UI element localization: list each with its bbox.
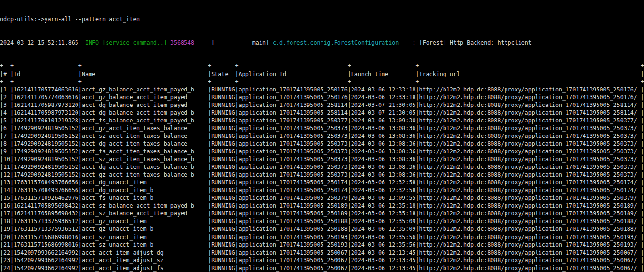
log-level: INFO <box>85 39 99 46</box>
table-row: |9 |1749290924819505152|acct_fs_acct_ite… <box>0 148 644 155</box>
table-row: |19|1763115713375936512|acct_gz_unacct_i… <box>0 225 644 233</box>
table-row: |12|1749290924819505152|acct_gz_acct_ite… <box>0 171 644 179</box>
shell-command-text: odcp-utils:->yarn-all --pattern acct_ite… <box>0 16 140 23</box>
table-border-header: +--+-------------------+----------------… <box>0 78 644 86</box>
table-row: |7 |1749290924819505152|acct_sz_acct_ite… <box>0 132 644 140</box>
log-context: [service-command,,] <box>102 39 167 46</box>
table-row: |24|1542097993662164992|acct_acct_item_a… <box>0 264 644 272</box>
table-row: |16|1621411705895698432|acct_sz_balance_… <box>0 202 644 210</box>
table-row: |17|1621411705895698432|acct_sz_balance_… <box>0 210 644 217</box>
table-border-top: +--+-------------------+----------------… <box>0 62 644 70</box>
yarn-applications-table: +--+-------------------+----------------… <box>0 62 644 272</box>
table-row: |4 |1621411705987973120|acct_dg_balance_… <box>0 109 644 117</box>
table-row: |21|1763115715686998016|acct_sz_unacct_i… <box>0 241 644 249</box>
log-thread: [ main] <box>211 39 269 46</box>
shell-command-line: odcp-utils:->yarn-all --pattern acct_ite… <box>0 15 644 23</box>
table-row: |15|1763115710926462976|acct_fs_unacct_i… <box>0 194 644 202</box>
table-row: |5 |1621411706101219328|acct_fs_balance_… <box>0 117 644 124</box>
table-row: |3 |1621411705987973120|acct_dg_balance_… <box>0 101 644 109</box>
table-row: |23|1542097993662164992|acct_acct_item_a… <box>0 257 644 264</box>
table-row: |6 |1749290924819505152|acct_gz_acct_ite… <box>0 124 644 132</box>
terminal-screen[interactable]: odcp-utils:->yarn-all --pattern acct_ite… <box>0 0 644 272</box>
table-row: |13|1763115708493766656|acct_dg_unacct_i… <box>0 179 644 186</box>
log-message: [Forest] Http Backend: httpclient <box>419 39 532 46</box>
table-row: |8 |1749290924819505152|acct_dg_acct_ite… <box>0 140 644 148</box>
table-row: |18|1763115713375936512|acct_gz_unacct_i… <box>0 217 644 225</box>
table-header-row: |# |Id |Name |State |Application Id |Lau… <box>0 70 644 78</box>
log-pid: 3568548 <box>170 39 194 46</box>
table-row: |14|1763115708493766656|acct_dg_unacct_i… <box>0 186 644 194</box>
log-logger-class: c.d.forest.config.ForestConfiguration <box>273 39 399 46</box>
log-timestamp: 2024-03-12 15:52:11.865 <box>0 39 78 46</box>
table-row: |20|1763115715686998016|acct_sz_unacct_i… <box>0 233 644 241</box>
table-row: |10|1749290924819505152|acct_sz_acct_ite… <box>0 155 644 163</box>
table-row: |1 |1621411705774063616|acct_gz_balance_… <box>0 86 644 93</box>
table-row: |2 |1621411705774063616|acct_gz_balance_… <box>0 93 644 101</box>
table-row: |11|1749290924819505152|acct_dg_acct_ite… <box>0 163 644 171</box>
log-dashes: --- <box>198 39 208 46</box>
log-colon: : <box>413 39 416 46</box>
log-line: 2024-03-12 15:52:11.865 INFO [service-co… <box>0 39 644 46</box>
table-row: |22|1542097993662164992|acct_acct_item_a… <box>0 249 644 257</box>
